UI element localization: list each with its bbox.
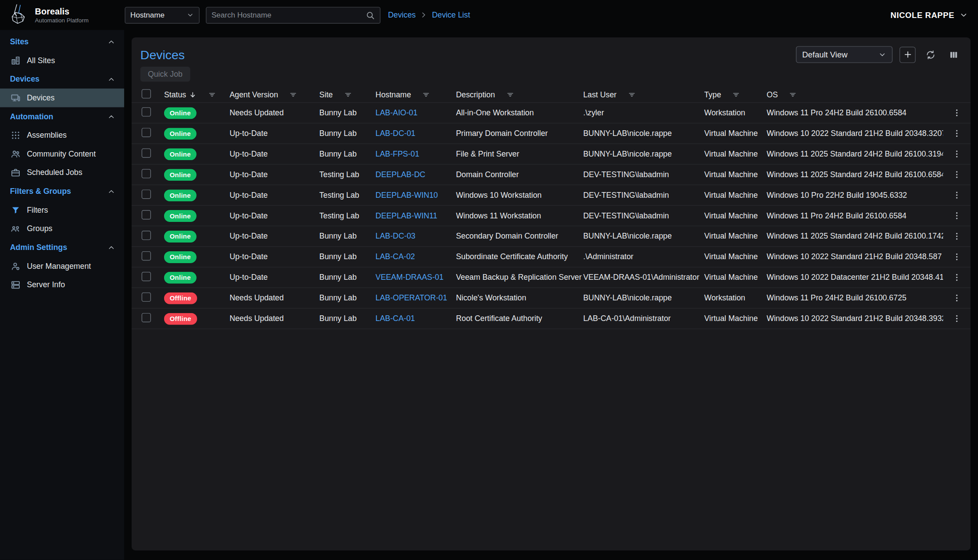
sidebar-section-admin-settings[interactable]: Admin Settings	[0, 238, 124, 257]
sidebar-item-scheduled-jobs[interactable]: Scheduled Jobs	[0, 163, 124, 182]
os-cell: Windows 11 Pro 24H2 Build 26100.6725	[767, 294, 943, 303]
filter-icon[interactable]	[208, 90, 217, 99]
search-field-select[interactable]: Hostname	[125, 7, 200, 23]
hostname-link[interactable]: DEEPLAB-WIN10	[376, 191, 438, 200]
hostname-link[interactable]: LAB-DC-03	[376, 232, 416, 241]
row-checkbox[interactable]	[142, 148, 151, 157]
row-checkbox[interactable]	[142, 231, 151, 240]
row-checkbox[interactable]	[142, 128, 151, 137]
status-badge: Online	[164, 128, 197, 139]
quick-job-button[interactable]: Quick Job	[140, 67, 190, 82]
view-select[interactable]: Default View	[796, 46, 892, 63]
description-cell: Primary Domain Controller	[456, 129, 583, 138]
row-actions-kebab-icon[interactable]	[952, 314, 962, 324]
filter-icon[interactable]	[344, 90, 352, 99]
breadcrumb-device-list[interactable]: Device List	[432, 11, 470, 19]
row-actions-kebab-icon[interactable]	[952, 149, 962, 159]
row-checkbox[interactable]	[142, 292, 151, 302]
app-subtitle: Automation Platform	[35, 17, 89, 24]
filter-icon[interactable]	[505, 90, 514, 99]
topbar: Borealis Automation Platform Hostname De…	[0, 0, 978, 30]
row-checkbox[interactable]	[142, 169, 151, 178]
columns-button[interactable]	[946, 46, 962, 63]
row-actions-kebab-icon[interactable]	[952, 252, 962, 262]
user-menu[interactable]: NICOLE RAPPE	[891, 10, 978, 19]
description-cell: Nicole's Workstation	[456, 294, 583, 303]
hostname-link[interactable]: LAB-DC-01	[376, 129, 416, 138]
type-cell: Virtual Machine	[704, 211, 767, 220]
column-header-agent-version[interactable]: Agent Version	[229, 90, 319, 99]
sidebar-item-groups[interactable]: Groups	[0, 219, 124, 238]
row-actions-kebab-icon[interactable]	[952, 128, 962, 139]
hostname-link[interactable]: DEEPLAB-WIN11	[376, 211, 437, 220]
filter-icon[interactable]	[732, 90, 741, 99]
sidebar-section-filters-groups[interactable]: Filters & Groups	[0, 182, 124, 201]
user-name: NICOLE RAPPE	[891, 10, 954, 19]
row-checkbox[interactable]	[142, 189, 151, 199]
row-actions-kebab-icon[interactable]	[952, 272, 962, 282]
filter-icon[interactable]	[788, 90, 797, 99]
select-all-checkbox[interactable]	[142, 89, 151, 98]
description-cell: Windows 10 Workstation	[456, 191, 583, 200]
agent-version-cell: Up-to-Date	[229, 150, 319, 158]
sidebar-item-assemblies[interactable]: Assemblies	[0, 126, 124, 145]
breadcrumb-devices[interactable]: Devices	[388, 11, 416, 19]
groups-icon	[11, 224, 21, 234]
filter-icon[interactable]	[289, 90, 297, 99]
row-checkbox[interactable]	[142, 272, 151, 281]
filter-icon[interactable]	[422, 90, 430, 99]
row-checkbox[interactable]	[142, 251, 151, 260]
sidebar-item-all-sites[interactable]: All Sites	[0, 51, 124, 70]
last-user-cell: BUNNY-LAB\nicole.rappe	[583, 294, 704, 303]
hostname-link[interactable]: LAB-OPERATOR-01	[376, 294, 447, 303]
column-header-site[interactable]: Site	[319, 90, 376, 99]
row-actions-kebab-icon[interactable]	[952, 170, 962, 180]
sidebar-section-devices[interactable]: Devices	[0, 70, 124, 89]
table-row: Online Up-to-Date Bunny Lab LAB-CA-02 Su…	[132, 247, 971, 268]
search-icon[interactable]	[365, 10, 375, 19]
app-logo-block[interactable]: Borealis Automation Platform	[0, 3, 124, 28]
assemblies-icon	[11, 130, 21, 140]
agent-version-cell: Up-to-Date	[229, 129, 319, 138]
chevron-up-icon	[107, 38, 115, 46]
os-cell: Windows 11 Pro 24H2 Build 26100.6584	[767, 108, 943, 117]
row-actions-kebab-icon[interactable]	[952, 211, 962, 221]
row-checkbox[interactable]	[142, 107, 151, 117]
row-actions-kebab-icon[interactable]	[952, 190, 962, 200]
sidebar-item-filters[interactable]: Filters	[0, 201, 124, 220]
sidebar-item-devices[interactable]: Devices	[0, 89, 124, 107]
row-checkbox[interactable]	[142, 313, 151, 322]
sort-desc-icon[interactable]	[189, 90, 197, 99]
status-badge: Offline	[164, 292, 197, 304]
hostname-link[interactable]: DEEPLAB-DC	[376, 170, 426, 179]
row-actions-kebab-icon[interactable]	[952, 293, 962, 303]
sidebar-section-sites[interactable]: Sites	[0, 32, 124, 51]
column-header-hostname[interactable]: Hostname	[376, 90, 456, 99]
table-row: Online Up-to-Date Testing Lab DEEPLAB-WI…	[132, 185, 971, 206]
row-checkbox[interactable]	[142, 210, 151, 219]
status-badge: Online	[164, 169, 197, 181]
hostname-link[interactable]: LAB-CA-01	[376, 314, 415, 323]
column-header-status[interactable]: Status	[164, 90, 229, 99]
hostname-link[interactable]: VEEAM-DRAAS-01	[376, 273, 444, 282]
column-header-last-user[interactable]: Last User	[583, 90, 704, 99]
view-select-value: Default View	[802, 50, 847, 59]
column-header-description[interactable]: Description	[456, 90, 583, 99]
add-view-button[interactable]	[899, 46, 916, 63]
filter-icon[interactable]	[627, 90, 636, 99]
row-actions-kebab-icon[interactable]	[952, 108, 962, 118]
status-badge: Online	[164, 189, 197, 201]
column-header-os[interactable]: OS	[767, 90, 943, 99]
row-actions-kebab-icon[interactable]	[952, 231, 962, 241]
refresh-button[interactable]	[923, 46, 939, 63]
sidebar-item-community-content[interactable]: Community Content	[0, 145, 124, 164]
sidebar-item-server-info[interactable]: Server Info	[0, 275, 124, 294]
search-input[interactable]	[211, 11, 365, 19]
sidebar-item-user-management[interactable]: User Management	[0, 257, 124, 276]
hostname-link[interactable]: LAB-AIO-01	[376, 108, 418, 117]
agent-version-cell: Up-to-Date	[229, 211, 319, 220]
column-header-type[interactable]: Type	[704, 90, 767, 99]
sidebar-section-automation[interactable]: Automation	[0, 107, 124, 126]
hostname-link[interactable]: LAB-CA-02	[376, 253, 415, 261]
hostname-link[interactable]: LAB-FPS-01	[376, 150, 419, 158]
